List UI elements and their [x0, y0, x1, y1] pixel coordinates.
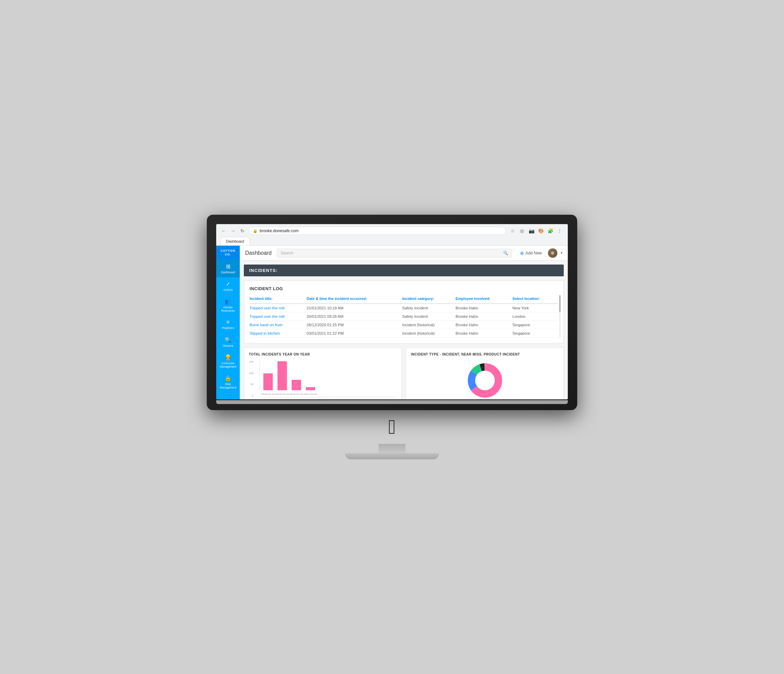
incident-log-title: INCIDENT LOG	[250, 286, 558, 291]
incident-log-card: INCIDENT LOG Incident title: Date & time…	[244, 280, 564, 343]
extension-icon[interactable]: 🧩	[546, 227, 554, 235]
sidebar-label-actions: Actions	[223, 288, 233, 292]
sidebar-label-contractor: Contractor Management	[218, 362, 238, 368]
col-location: Select location:	[513, 295, 558, 304]
table-row: Slipped in kitchen 03/01/2021 01:22 PM I…	[250, 329, 558, 338]
table-row: Burnt hand on fryer 28/12/2020 01:25 PM …	[250, 321, 558, 329]
sidebar-item-risk-management[interactable]: 🔒 Risk Management	[216, 372, 240, 393]
donut-chart-card: INCIDENT TYPE - INCIDENT, NEAR MISS, PRO…	[406, 348, 564, 399]
sidebar-item-registers[interactable]: ≡ Registers	[216, 316, 240, 333]
dashboard-icon: ⊞	[226, 263, 230, 270]
search-bar[interactable]: Search 🔍	[277, 249, 512, 257]
dashboard-content[interactable]: INCIDENTS: INCIDENT LOG Incident title:	[240, 261, 568, 399]
sidebar-item-observe[interactable]: 🔍 Observe	[216, 333, 240, 351]
col-incident-title: Incident title:	[250, 295, 307, 304]
scrollbar-track	[559, 295, 561, 338]
camera-icon[interactable]: 📷	[527, 227, 535, 235]
bar-x-label: 2018-01-01	[261, 393, 275, 396]
url-text: brooke.donesafe.com	[260, 228, 299, 233]
incident-table: Incident title: Date & time the incident…	[250, 295, 558, 338]
incident-employee-cell: Brooke Hahn	[456, 312, 513, 321]
bar-chart-title: TOTAL INCIDENTS YEAR ON YEAR	[249, 353, 397, 356]
scrollbar-thumb[interactable]	[559, 295, 561, 312]
bar	[306, 387, 315, 390]
col-category: Incident category:	[402, 295, 456, 304]
bookmark-icon[interactable]: ☆	[509, 227, 516, 235]
bar	[277, 361, 287, 390]
incident-location-cell: Singapore	[513, 329, 558, 338]
incident-location-cell: New York	[513, 304, 558, 312]
incident-location-cell: London	[513, 312, 558, 321]
bar	[292, 380, 301, 390]
incident-location-cell: Singapore	[513, 321, 558, 329]
y-label-0: 0	[252, 394, 253, 397]
user-avatar[interactable]: B	[548, 248, 557, 258]
sidebar-item-human-resources[interactable]: 👥 Human Resources	[216, 295, 240, 316]
app-header: Dashboard Search 🔍 ⊕ Add New B ▾	[240, 246, 568, 261]
browser-toolbar-icons: ☆ ◎ 📷 🎨 🧩 ⋮	[509, 227, 564, 235]
forward-button[interactable]: →	[230, 228, 236, 234]
lock-icon: 🔒	[225, 375, 231, 381]
sidebar-item-actions[interactable]: ✓ Actions	[216, 277, 240, 295]
incident-date-cell: 28/12/2020 01:25 PM	[307, 321, 403, 329]
charts-row: TOTAL INCIDENTS YEAR ON YEAR 150 100 50 …	[244, 348, 564, 399]
incident-title-cell[interactable]: Burnt hand on fryer	[250, 321, 307, 329]
contractor-icon: 👷	[225, 354, 231, 360]
incident-employee-cell: Brooke Hahn	[456, 321, 513, 329]
back-button[interactable]: ←	[220, 228, 227, 234]
main-content: Dashboard Search 🔍 ⊕ Add New B ▾	[240, 246, 568, 399]
sidebar-label-hr: Human Resources	[218, 306, 238, 312]
active-tab[interactable]: Dashboard	[220, 237, 250, 245]
menu-icon[interactable]: ⋮	[556, 227, 564, 235]
incidents-header: INCIDENTS:	[244, 265, 564, 276]
table-header-row: Incident title: Date & time the incident…	[250, 295, 558, 304]
y-label-100: 100	[249, 372, 253, 375]
incident-category-cell: Incident (historical)	[402, 321, 456, 329]
bar-chart: 2018-01-012019-01-012020-01-012021-01-01	[260, 360, 397, 397]
sidebar-item-contractor-management[interactable]: 👷 Contractor Management	[216, 351, 240, 372]
tab-title: Dashboard	[226, 239, 244, 243]
address-bar[interactable]: 🔒 brooke.donesafe.com	[249, 227, 506, 235]
monitor-bottom-bar	[216, 400, 568, 404]
incident-category-cell: Safety Incident	[402, 304, 456, 312]
refresh-button[interactable]: ↻	[239, 228, 246, 234]
sidebar-label-registers: Registers	[222, 326, 234, 329]
emoji-icon[interactable]: 🎨	[537, 227, 545, 235]
sidebar-item-dashboard[interactable]: ⊞ Dashboard	[216, 260, 240, 277]
add-new-label: Add New	[525, 251, 542, 256]
header-actions: ⊕ Add New B ▾	[517, 248, 562, 258]
profile-icon[interactable]: ◎	[518, 227, 526, 235]
page-title: Dashboard	[245, 250, 271, 256]
incident-category-cell: Incident (historical)	[402, 329, 456, 338]
incident-date-cell: 20/01/2021 09:26 AM	[307, 312, 403, 321]
incident-title-cell[interactable]: Tripped over the mill	[250, 312, 307, 321]
plus-icon: ⊕	[520, 250, 524, 256]
screen: ← → ↻ 🔒 brooke.donesafe.com ☆ ◎ 📷 🎨 🧩 ⋮	[216, 224, 568, 399]
lock-icon: 🔒	[253, 229, 258, 233]
apple-logo: 	[388, 417, 396, 437]
table-row: Tripped over the mill 21/01/2021 10:18 A…	[250, 304, 558, 312]
donut-wrapper	[411, 360, 559, 399]
bar-chart-card: TOTAL INCIDENTS YEAR ON YEAR 150 100 50 …	[244, 348, 402, 399]
bar-x-label: 2019-01-01	[275, 393, 289, 396]
search-placeholder: Search	[280, 251, 293, 256]
people-icon: 👥	[225, 298, 231, 305]
incident-category-cell: Safety Incident	[402, 312, 456, 321]
app-layout: COTTON CO. ⊞ Dashboard ✓ Actions 👥 Human…	[216, 246, 568, 399]
col-date-time: Date & time the incident occurred:	[307, 295, 403, 304]
sidebar: COTTON CO. ⊞ Dashboard ✓ Actions 👥 Human…	[216, 246, 240, 399]
add-new-button[interactable]: ⊕ Add New	[517, 249, 544, 257]
incident-title-cell[interactable]: Slipped in kitchen	[250, 329, 307, 338]
logo-line2: CO.	[225, 253, 231, 256]
donut-chart-title: INCIDENT TYPE - INCIDENT, NEAR MISS, PRO…	[411, 353, 559, 356]
y-label-50: 50	[250, 383, 253, 386]
y-label-150: 150	[249, 360, 253, 363]
sidebar-label-dashboard: Dashboard	[221, 271, 235, 274]
caret-icon: ▾	[561, 251, 562, 255]
bar-x-label: 2020-01-01	[289, 393, 303, 396]
donut-chart-svg	[465, 360, 505, 399]
incident-employee-cell: Brooke Hahn	[456, 304, 513, 312]
incident-title-cell[interactable]: Tripped over the mill	[250, 304, 307, 312]
donut-hole	[475, 371, 495, 390]
search-icon: 🔍	[503, 251, 508, 256]
